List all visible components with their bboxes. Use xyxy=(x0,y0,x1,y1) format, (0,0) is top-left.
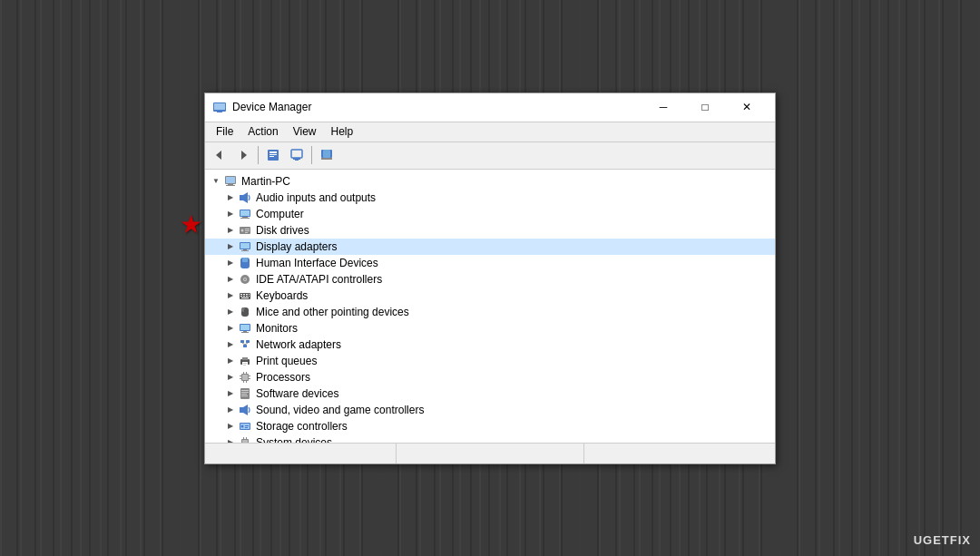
software-label: Software devices xyxy=(256,387,338,400)
system-label: System devices xyxy=(256,436,332,444)
disk-expander[interactable]: ▶ xyxy=(223,223,238,238)
tree-item-disk[interactable]: ▶ Disk drives xyxy=(205,222,775,239)
help-button[interactable] xyxy=(316,144,338,166)
tree-item-sound[interactable]: ▶ Sound, video and game controllers xyxy=(205,402,775,418)
tree-item-print[interactable]: ▶ Print queues xyxy=(205,353,775,369)
minimize-button[interactable]: ─ xyxy=(642,93,684,122)
mouse-label: Mice and other pointing devices xyxy=(256,306,409,318)
svg-rect-82 xyxy=(240,407,243,413)
network-expander[interactable]: ▶ xyxy=(223,337,238,352)
monitors-expander[interactable]: ▶ xyxy=(223,321,238,336)
monitors-label: Monitors xyxy=(256,322,298,335)
svg-rect-29 xyxy=(245,232,248,233)
close-button[interactable]: ✕ xyxy=(726,93,768,122)
svg-rect-52 xyxy=(244,309,245,312)
svg-rect-24 xyxy=(240,218,250,219)
svg-point-26 xyxy=(241,229,244,231)
svg-rect-68 xyxy=(242,375,248,380)
disk-label: Disk drives xyxy=(256,224,309,237)
storage-expander[interactable]: ▶ xyxy=(223,419,238,434)
status-bar xyxy=(205,444,775,463)
hid-expander[interactable]: ▶ xyxy=(223,256,238,270)
maximize-button[interactable]: □ xyxy=(684,93,726,122)
forward-button[interactable] xyxy=(232,144,254,166)
software-expander[interactable]: ▶ xyxy=(223,386,238,401)
svg-rect-88 xyxy=(245,427,248,428)
svg-rect-19 xyxy=(240,195,243,200)
tree-item-software[interactable]: ▶ Software devices xyxy=(205,385,775,402)
system-expander[interactable]: ▶ xyxy=(223,435,238,444)
menu-view[interactable]: View xyxy=(286,123,324,140)
menu-action[interactable]: Action xyxy=(240,123,285,140)
tree-item-system[interactable]: ▶ System devices xyxy=(205,434,775,444)
ide-expander[interactable]: ▶ xyxy=(223,272,238,287)
svg-rect-81 xyxy=(241,395,248,396)
tree-item-audio[interactable]: ▶ Audio inputs and outputs xyxy=(205,190,775,206)
network-label: Network adapters xyxy=(256,338,341,351)
root-expander[interactable]: ▼ xyxy=(209,174,223,189)
svg-rect-31 xyxy=(240,243,250,249)
tree-item-mouse[interactable]: ▶ Mice and other pointing devices xyxy=(205,304,775,320)
computer-expander[interactable]: ▶ xyxy=(223,207,238,221)
tree-item-processors[interactable]: ▶ Processors xyxy=(205,369,775,385)
tree-item-computer[interactable]: ▶ Computer xyxy=(205,206,775,222)
device-manager-window: ★ Device Manager ─ □ ✕ File Action View … xyxy=(204,93,776,464)
svg-rect-73 xyxy=(240,376,241,376)
keyboard-expander[interactable]: ▶ xyxy=(223,288,238,303)
title-bar: Device Manager ─ □ ✕ xyxy=(205,93,775,122)
svg-rect-58 xyxy=(246,340,250,343)
toolbar-separator-1 xyxy=(258,146,259,164)
print-label: Print queues xyxy=(256,355,317,367)
menu-file[interactable]: File xyxy=(209,123,240,140)
svg-rect-59 xyxy=(243,345,247,347)
svg-rect-1 xyxy=(214,103,225,110)
svg-rect-6 xyxy=(270,151,277,153)
svg-rect-91 xyxy=(243,437,244,439)
tree-item-display[interactable]: ▶ Display adapters xyxy=(205,239,775,255)
svg-rect-87 xyxy=(245,425,249,426)
svg-rect-54 xyxy=(240,325,250,330)
properties-button[interactable] xyxy=(262,144,284,166)
back-button[interactable] xyxy=(209,144,230,166)
sound-expander[interactable]: ▶ xyxy=(223,403,238,417)
tree-item-hid[interactable]: ▶ Human Interface Devices xyxy=(205,255,775,271)
tree-item-monitors[interactable]: ▶ Monitors xyxy=(205,320,775,337)
display-expander[interactable]: ▶ xyxy=(223,239,238,254)
status-section-3 xyxy=(584,444,771,463)
audio-expander[interactable]: ▶ xyxy=(223,190,238,205)
svg-rect-9 xyxy=(291,150,302,158)
svg-rect-48 xyxy=(249,296,250,297)
status-section-2 xyxy=(397,444,584,463)
window-title: Device Manager xyxy=(232,101,311,113)
root-label: Martin-PC xyxy=(241,175,290,188)
svg-rect-63 xyxy=(242,357,248,360)
system-icon xyxy=(238,435,252,444)
storage-icon xyxy=(238,419,252,434)
svg-rect-69 xyxy=(243,372,244,374)
network-icon xyxy=(238,337,252,352)
tree-item-storage[interactable]: ▶ Storage controllers xyxy=(205,418,775,434)
tree-item-keyboard[interactable]: ▶ Keyboards xyxy=(205,288,775,304)
processors-label: Processors xyxy=(256,371,310,384)
svg-rect-10 xyxy=(293,158,300,160)
menu-help[interactable]: Help xyxy=(324,123,361,140)
svg-rect-13 xyxy=(323,150,330,158)
svg-point-39 xyxy=(244,278,246,280)
refresh-button[interactable] xyxy=(286,144,308,166)
svg-point-86 xyxy=(241,424,244,427)
print-expander[interactable]: ▶ xyxy=(223,354,238,368)
tree-item-network[interactable]: ▶ Network adapters xyxy=(205,337,775,353)
tree-item-ide[interactable]: ▶ IDE ATA/ATAPI controllers xyxy=(205,271,775,288)
software-icon xyxy=(238,386,252,401)
menu-bar: File Action View Help xyxy=(205,122,775,142)
print-icon xyxy=(238,354,252,368)
svg-rect-57 xyxy=(240,340,244,343)
processors-expander[interactable]: ▶ xyxy=(223,370,238,385)
svg-rect-49 xyxy=(241,298,249,298)
tree-root[interactable]: ▼ Martin-PC xyxy=(205,173,775,190)
svg-rect-16 xyxy=(226,177,235,183)
mouse-expander[interactable]: ▶ xyxy=(223,305,238,319)
svg-rect-76 xyxy=(249,378,250,379)
audio-icon xyxy=(238,190,252,205)
disk-icon xyxy=(238,223,252,238)
